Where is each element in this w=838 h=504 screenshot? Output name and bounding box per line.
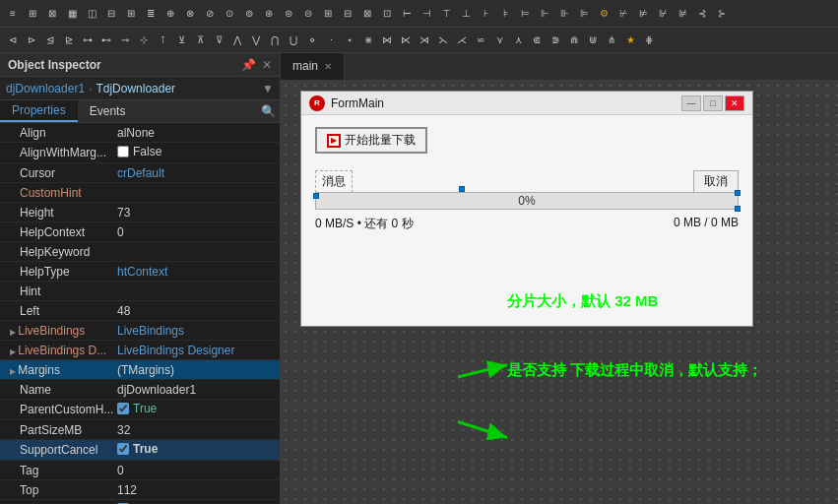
prop-row-tag[interactable]: Tag 0 (0, 461, 280, 480)
toolbar-icon-1[interactable]: ≡ (4, 5, 22, 23)
toolbar-icon-22[interactable]: ⊣ (418, 5, 435, 23)
toolbar2-icon-29[interactable]: ⋐ (528, 32, 546, 49)
prop-row-hint[interactable]: Hint (0, 282, 280, 301)
toolbar2-icon-9[interactable]: ⊺ (154, 32, 171, 49)
toolbar-icon-33[interactable]: ⊭ (634, 5, 652, 23)
toolbar2-icon-5[interactable]: ⊶ (79, 32, 97, 49)
toolbar2-icon-3[interactable]: ⊴ (41, 32, 59, 49)
toolbar2-icon-24[interactable]: ⋋ (434, 32, 452, 49)
toolbar-icon-27[interactable]: ⊨ (516, 5, 534, 23)
file-tab-main[interactable]: main ✕ (281, 53, 345, 80)
toolbar2-icon-34[interactable]: ★ (621, 32, 639, 49)
toolbar2-icon-11[interactable]: ⊼ (191, 32, 209, 49)
toolbar-icon-23[interactable]: ⊤ (437, 5, 455, 23)
toolbar-icon-29[interactable]: ⊪ (555, 5, 573, 23)
object-selector[interactable]: djDownloader1 · TdjDownloader ▼ (0, 77, 280, 100)
toolbar-icon-13[interactable]: ⊚ (240, 5, 258, 23)
toolbar2-icon-16[interactable]: ⋃ (285, 32, 302, 49)
form-start-download-btn[interactable]: ▶ 开始批量下载 (315, 127, 427, 154)
toolbar2-icon-18[interactable]: ⋅ (322, 32, 340, 49)
prop-row-name[interactable]: Name djDownloader1 (0, 380, 280, 400)
prop-row-left[interactable]: Left 48 (0, 301, 280, 321)
toolbar2-icon-20[interactable]: ⋇ (359, 32, 377, 49)
prop-row-livebindingsdesigner[interactable]: LiveBindings D... LiveBindings Designer (0, 341, 280, 360)
prop-row-livebindings[interactable]: LiveBindings LiveBindings (0, 321, 280, 341)
prop-row-margins[interactable]: Margins (TMargins) (0, 360, 280, 380)
design-area[interactable]: R FormMain — □ ✕ ▶ 开始批量下载 (281, 81, 838, 504)
tab-events[interactable]: Events (78, 101, 138, 121)
toolbar-icon-30[interactable]: ⊫ (575, 5, 593, 23)
toolbar2-icon-27[interactable]: ⋎ (490, 32, 508, 49)
toolbar-icon-24[interactable]: ⊥ (457, 5, 475, 23)
toolbar2-icon-19[interactable]: ⋆ (341, 32, 358, 49)
toolbar2-icon-1[interactable]: ⊲ (4, 32, 22, 49)
toolbar-icon-31[interactable]: ⚙ (595, 5, 612, 23)
prop-row-helpkeyword[interactable]: HelpKeyword (0, 242, 280, 262)
tab-properties[interactable]: Properties (0, 100, 78, 122)
toolbar2-icon-10[interactable]: ⊻ (172, 32, 190, 49)
prop-row-top[interactable]: Top 112 (0, 480, 280, 500)
toolbar-icon-5[interactable]: ◫ (83, 5, 100, 23)
prop-row-height[interactable]: Height 73 (0, 203, 280, 222)
toolbar2-icon-15[interactable]: ⋂ (266, 32, 284, 49)
supportcancel-checkbox[interactable] (117, 443, 129, 455)
toolbar-icon-32[interactable]: ⊬ (614, 5, 632, 23)
toolbar2-icon-8[interactable]: ⊹ (135, 32, 153, 49)
parentcustomhint-checkbox[interactable] (117, 403, 129, 414)
toolbar-icon-28[interactable]: ⊩ (536, 5, 553, 23)
toolbar2-icon-6[interactable]: ⊷ (97, 32, 115, 49)
toolbar-icon-37[interactable]: ⊱ (713, 5, 731, 23)
toolbar2-icon-32[interactable]: ⋓ (584, 32, 602, 49)
toolbar2-icon-33[interactable]: ⋔ (603, 32, 620, 49)
prop-row-helpcontext[interactable]: HelpContext 0 (0, 222, 280, 242)
toolbar-icon-11[interactable]: ⊘ (201, 5, 219, 23)
toolbar-icon-26[interactable]: ⊧ (496, 5, 514, 23)
toolbar2-icon-17[interactable]: ⋄ (303, 32, 321, 49)
form-close-btn[interactable]: ✕ (725, 95, 744, 111)
form-cancel-btn[interactable]: 取消 (693, 170, 739, 193)
toolbar2-icon-35[interactable]: ⋕ (640, 32, 658, 49)
toolbar2-icon-14[interactable]: ⋁ (247, 32, 265, 49)
toolbar-icon-15[interactable]: ⊜ (280, 5, 297, 23)
toolbar-icon-18[interactable]: ⊟ (339, 5, 356, 23)
prop-row-helptype[interactable]: HelpType htContext (0, 262, 280, 282)
prop-row-align[interactable]: Align alNone (0, 123, 280, 143)
tab-close-icon[interactable]: ✕ (324, 61, 332, 72)
toolbar2-icon-7[interactable]: ⊸ (116, 32, 134, 49)
toolbar2-icon-26[interactable]: ⋍ (472, 32, 489, 49)
toolbar2-icon-13[interactable]: ⋀ (228, 32, 246, 49)
toolbar-icon-21[interactable]: ⊢ (398, 5, 416, 23)
toolbar-icon-9[interactable]: ⊕ (161, 5, 179, 23)
toolbar-icon-6[interactable]: ⊟ (102, 5, 120, 23)
toolbar2-icon-4[interactable]: ⊵ (60, 32, 78, 49)
toolbar-icon-20[interactable]: ⊡ (378, 5, 396, 23)
toolbar-icon-8[interactable]: ≣ (142, 5, 160, 23)
toolbar-icon-14[interactable]: ⊛ (260, 5, 278, 23)
toolbar-icon-10[interactable]: ⊗ (181, 5, 199, 23)
toolbar-icon-17[interactable]: ⊞ (319, 5, 337, 23)
toolbar-icon-7[interactable]: ⊞ (122, 5, 140, 23)
toolbar-icon-34[interactable]: ⊮ (654, 5, 672, 23)
prop-row-parentcustomhint[interactable]: ParentCustomH... True (0, 400, 280, 420)
chevron-down-icon[interactable]: ▼ (262, 82, 274, 95)
toolbar2-icon-12[interactable]: ⊽ (210, 32, 227, 49)
close-icon[interactable]: ✕ (262, 58, 272, 72)
toolbar2-icon-21[interactable]: ⋈ (378, 32, 396, 49)
toolbar2-icon-28[interactable]: ⋏ (509, 32, 527, 49)
toolbar2-icon-30[interactable]: ⋑ (547, 32, 564, 49)
toolbar-icon-36[interactable]: ⊰ (693, 5, 711, 23)
prop-row-visible[interactable]: Visible True (0, 500, 280, 504)
form-restore-btn[interactable]: □ (703, 95, 723, 111)
pin-icon[interactable]: 📌 (241, 58, 256, 72)
toolbar2-icon-2[interactable]: ⊳ (23, 32, 40, 49)
prop-row-partsizemb[interactable]: PartSizeMB 32 (0, 420, 280, 440)
form-minimize-btn[interactable]: — (681, 95, 701, 111)
toolbar2-icon-22[interactable]: ⋉ (397, 32, 415, 49)
toolbar2-icon-25[interactable]: ⋌ (453, 32, 471, 49)
toolbar-icon-2[interactable]: ⊞ (24, 5, 41, 23)
toolbar2-icon-31[interactable]: ⋒ (565, 32, 583, 49)
search-icon[interactable]: 🔍 (260, 103, 276, 119)
alignwith-checkbox[interactable] (117, 146, 129, 158)
toolbar-icon-12[interactable]: ⊙ (221, 5, 238, 23)
toolbar-icon-35[interactable]: ⊯ (674, 5, 691, 23)
